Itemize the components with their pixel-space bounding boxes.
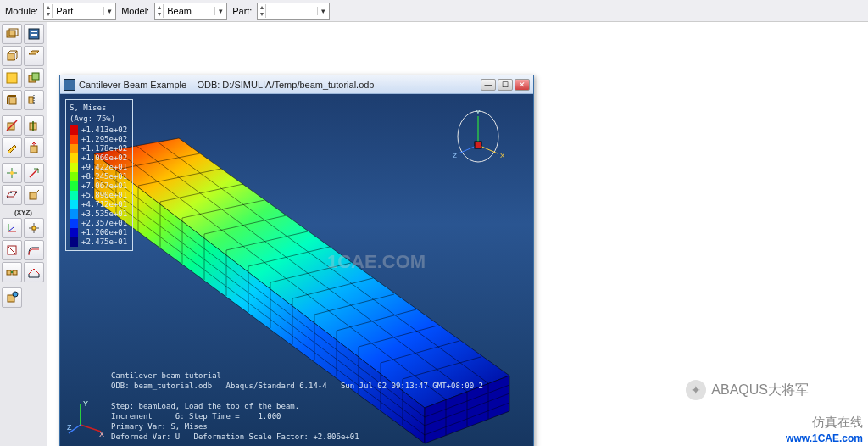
create-solid-icon[interactable]: [2, 46, 22, 66]
svg-rect-15: [29, 97, 33, 103]
legend-subtitle: (Avg: 75%): [70, 114, 127, 124]
svg-point-27: [10, 192, 12, 193]
svg-rect-39: [7, 270, 11, 275]
create-csys-icon[interactable]: [2, 218, 22, 238]
svg-rect-29: [30, 192, 36, 199]
svg-line-93: [81, 425, 101, 432]
window-icon: [64, 79, 75, 91]
legend-entry: +1.295e+02: [70, 135, 127, 144]
svg-text:X: X: [99, 430, 104, 437]
create-round-icon[interactable]: [2, 90, 22, 110]
part-combo[interactable]: ▴▾ ▾: [257, 3, 330, 20]
workspace: Cantilever Beam Example ODB: D:/SIMULIA/…: [47, 22, 868, 446]
datum-point-icon[interactable]: [2, 163, 22, 183]
svg-rect-88: [475, 142, 481, 148]
attachment-icon[interactable]: [2, 287, 22, 308]
module-toolbar: Module: ▴▾ Part ▾ Model: ▴▾ Beam ▾ Part:…: [0, 0, 868, 22]
close-button[interactable]: ✕: [515, 79, 530, 91]
svg-point-24: [10, 171, 14, 175]
chevron-down-icon: ▾: [103, 7, 115, 15]
view-triad[interactable]: Y X Z: [448, 106, 508, 174]
svg-text:Z: Z: [67, 423, 72, 432]
viewport-titlebar[interactable]: Cantilever Beam Example ODB: D:/SIMULIA/…: [60, 75, 533, 94]
svg-line-25: [30, 169, 38, 177]
model-label: Model:: [121, 6, 149, 16]
model-combo[interactable]: ▴▾ Beam ▾: [154, 3, 227, 20]
sketch-icon[interactable]: [2, 137, 22, 158]
svg-rect-0: [7, 31, 15, 37]
svg-rect-5: [8, 53, 14, 60]
svg-text:X: X: [500, 152, 505, 159]
legend-entry: +1.413e+02: [70, 125, 127, 135]
svg-line-45: [136, 146, 467, 392]
part-manager-icon[interactable]: [24, 24, 44, 44]
legend-entry: +7.067e+01: [70, 181, 127, 191]
chevron-down-icon: ▾: [214, 7, 226, 15]
wechat-icon: ✦: [686, 380, 706, 400]
legend-entry: +1.178e+02: [70, 144, 127, 153]
svg-point-43: [13, 292, 18, 297]
legend-title: S, Mises: [70, 103, 127, 113]
extrude-icon[interactable]: [24, 137, 44, 158]
datum-plane-icon[interactable]: [2, 185, 22, 205]
svg-line-30: [36, 190, 39, 192]
datum-axis-icon[interactable]: [24, 163, 44, 183]
svg-line-33: [8, 227, 14, 231]
chevron-down-icon: ▾: [317, 7, 329, 15]
create-mirror-icon[interactable]: [24, 90, 44, 110]
xyz-label: (XYZ): [2, 207, 45, 218]
credit-url: www.1CAE.com: [786, 432, 863, 444]
partition-face-icon[interactable]: [2, 115, 22, 136]
legend-entry: +4.712e+01: [70, 200, 127, 209]
create-cut-icon[interactable]: [24, 68, 44, 88]
viewport-title: Cantilever Beam Example ODB: D:/SIMULIA/…: [79, 80, 481, 90]
viewport-canvas[interactable]: S, Mises (Avg: 75%) +1.413e+02+1.295e+02…: [60, 94, 533, 446]
stitch-icon[interactable]: [2, 262, 22, 282]
legend-entry: +3.535e+01: [70, 209, 127, 219]
legend-entry: +9.422e+01: [70, 163, 127, 172]
legend-entry: +8.245e+01: [70, 172, 127, 181]
stepper-icon: ▴▾: [44, 4, 53, 18]
legend-entry: +2.475e-01: [70, 237, 127, 247]
svg-text:Y: Y: [83, 399, 88, 408]
model-value: Beam: [164, 6, 214, 16]
part-toolbox: (XYZ): [0, 22, 47, 446]
svg-point-26: [7, 197, 8, 198]
viewport-window: Cantilever Beam Example ODB: D:/SIMULIA/…: [59, 75, 534, 446]
offset-face-icon[interactable]: [24, 240, 44, 260]
result-annotation: Cantilever beam tutorial ODB: beam_tutor…: [111, 371, 483, 442]
module-combo[interactable]: ▴▾ Part ▾: [43, 3, 116, 20]
legend-entry: +2.357e+01: [70, 219, 127, 228]
svg-line-44: [115, 150, 446, 400]
legend-entry: +1.200e+01: [70, 228, 127, 237]
maximize-button[interactable]: ☐: [498, 79, 513, 91]
svg-rect-40: [13, 270, 17, 275]
partition-cell-icon[interactable]: [24, 115, 44, 136]
wechat-credit: ✦ ABAQUS大将军: [686, 380, 809, 400]
svg-rect-21: [31, 146, 37, 153]
datum-csys-icon[interactable]: [24, 185, 44, 205]
svg-rect-3: [31, 31, 37, 32]
svg-text:Y: Y: [476, 109, 481, 116]
reference-point-icon[interactable]: [24, 218, 44, 238]
remove-face-icon[interactable]: [2, 240, 22, 260]
svg-rect-11: [7, 73, 17, 83]
minimize-button[interactable]: —: [481, 79, 496, 91]
svg-rect-36: [32, 226, 36, 230]
svg-rect-13: [32, 73, 39, 80]
svg-point-28: [15, 192, 17, 193]
geometry-repair-icon[interactable]: [24, 262, 44, 282]
module-label: Module:: [5, 6, 38, 16]
create-shell-icon[interactable]: [24, 46, 44, 66]
svg-rect-4: [31, 34, 37, 36]
create-wire-icon[interactable]: [2, 68, 22, 88]
legend-entry: +1.060e+02: [70, 153, 127, 163]
orientation-triad: Y X Z: [67, 399, 104, 437]
svg-rect-14: [9, 98, 16, 104]
create-part-icon[interactable]: [2, 24, 22, 44]
part-label: Part:: [232, 6, 252, 16]
stepper-icon: ▴▾: [258, 4, 266, 18]
stepper-icon: ▴▾: [155, 4, 164, 18]
module-value: Part: [53, 6, 103, 16]
legend-entry: +5.890e+01: [70, 191, 127, 200]
